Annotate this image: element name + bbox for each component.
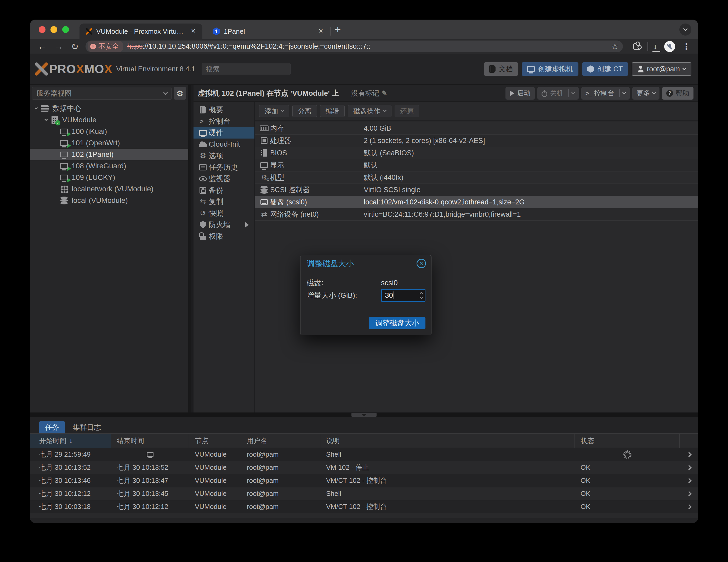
chevron-right-icon[interactable] <box>686 504 692 509</box>
profile-avatar[interactable] <box>664 41 675 52</box>
new-tab-button[interactable]: + <box>333 24 341 39</box>
column-user[interactable]: 用户名 <box>241 434 320 448</box>
minimize-window-button[interactable] <box>50 26 57 33</box>
forward-button[interactable]: → <box>54 41 63 52</box>
collapse-icon[interactable] <box>43 117 49 123</box>
edit-button[interactable]: 编辑 <box>320 105 345 117</box>
url-text[interactable]: https://10.10.10.254:8006/#v1:0:=qemu%2F… <box>127 42 609 50</box>
tab-tasks[interactable]: 任务 <box>39 421 65 433</box>
hw-row-scsi-controller[interactable]: SCSI 控制器 VirtIO SCSI single <box>255 184 698 196</box>
tab-close-icon[interactable]: × <box>189 27 198 36</box>
hw-row-network-device[interactable]: ⇄ 网络设备 (net0) virtio=BC:24:11:C6:97:D1,b… <box>255 208 698 221</box>
menu-item-cloudinit[interactable]: Cloud-Init <box>194 139 254 150</box>
task-row[interactable]: 七月 30 10:13:46 七月 30 10:13:47 VUModule r… <box>30 474 698 487</box>
menu-item-snapshots[interactable]: ↺快照 <box>194 208 254 219</box>
tree-item-vm-108[interactable]: 108 (WireGuard) <box>30 160 188 172</box>
help-button[interactable]: ? 帮助 <box>662 87 693 100</box>
menu-item-backup[interactable]: 备份 <box>194 185 254 196</box>
spinner-up-icon[interactable] <box>420 292 423 295</box>
tab-1panel[interactable]: 1 1Panel × <box>207 24 330 39</box>
hw-row-machine[interactable]: ⚙ 机型 默认 (i440fx) <box>255 172 698 184</box>
maximize-window-button[interactable] <box>62 26 69 33</box>
browser-menu-icon[interactable]: ⋮ <box>682 41 691 52</box>
tree-item-local-storage[interactable]: local (VUModule) <box>30 195 188 206</box>
tab-cluster-log[interactable]: 集群日志 <box>67 421 107 433</box>
detach-button[interactable]: 分离 <box>292 105 317 117</box>
hw-row-processors[interactable]: 处理器 2 (1 sockets, 2 cores) [x86-64-v2-AE… <box>255 135 698 147</box>
tree-item-vm-109[interactable]: 109 (LUCKY) <box>30 172 188 183</box>
revert-button[interactable]: 还原 <box>395 105 419 117</box>
downloads-icon[interactable]: ↓ <box>653 42 657 51</box>
hw-row-hard-disk[interactable]: 硬盘 (scsi0) local:102/vm-102-disk-0.qcow2… <box>255 196 698 208</box>
menu-item-permissions[interactable]: 权限 <box>194 231 254 242</box>
spinner-down-icon[interactable] <box>420 295 423 299</box>
address-bar[interactable]: ✕ 不安全 https://10.10.10.254:8006/#v1:0:=q… <box>86 41 623 52</box>
monitor-icon <box>527 66 535 72</box>
hardware-toolbar: 添加 分离 编辑 磁盘操作 还原 <box>255 102 698 121</box>
documentation-button[interactable]: 文档 <box>484 62 518 76</box>
number-spinner[interactable] <box>420 290 423 301</box>
menu-item-console[interactable]: >_控制台 <box>194 116 254 127</box>
panel-splitter[interactable] <box>30 412 698 417</box>
chevron-right-icon[interactable] <box>686 478 692 483</box>
dialog-header[interactable]: 调整磁盘大小 ✕ <box>300 255 431 272</box>
tree-item-vm-102[interactable]: 102 (1Panel) <box>30 149 188 160</box>
tree-item-datacenter[interactable]: 数据中心 <box>30 103 188 114</box>
search-input[interactable] <box>202 63 291 75</box>
menu-item-monitor[interactable]: 监视器 <box>194 173 254 185</box>
menu-item-hardware[interactable]: 硬件 <box>194 127 254 139</box>
menu-item-summary[interactable]: 概要 <box>194 104 254 116</box>
extensions-icon[interactable] <box>633 43 640 50</box>
tree-item-vm-100[interactable]: 100 (iKuai) <box>30 126 188 137</box>
shutdown-button[interactable]: 关机 <box>537 87 579 100</box>
hw-row-memory[interactable]: 内存 4.00 GiB <box>255 122 698 135</box>
collapse-icon[interactable] <box>33 106 39 111</box>
bookmark-star-icon[interactable]: ☆ <box>611 42 619 52</box>
task-row[interactable]: 七月 29 21:59:49 VUModule root@pam Shell <box>30 448 698 461</box>
back-button[interactable]: ← <box>38 41 47 52</box>
reload-button[interactable]: ↻ <box>71 41 79 52</box>
menu-item-replication[interactable]: ⇆复制 <box>194 196 254 208</box>
hw-row-display[interactable]: 显示 默认 <box>255 159 698 172</box>
console-button[interactable]: >_ 控制台 <box>581 87 630 100</box>
size-increment-input[interactable]: 30 <box>381 289 425 301</box>
task-row-partial[interactable] <box>30 513 698 518</box>
chevron-right-icon[interactable] <box>686 465 692 470</box>
menu-item-firewall[interactable]: 防火墙 <box>194 219 254 231</box>
menu-item-options[interactable]: ⚙选项 <box>194 150 254 162</box>
view-mode-select[interactable]: 服务器视图 <box>32 87 172 100</box>
user-menu-button[interactable]: root@pam <box>632 62 691 76</box>
tab-proxmox[interactable]: VUModule - Proxmox Virtual E × <box>79 24 202 39</box>
column-status[interactable]: 状态 <box>575 434 680 448</box>
collapse-handle[interactable] <box>351 413 377 417</box>
task-row[interactable]: 七月 30 10:03:18 七月 30 10:12:12 VUModule r… <box>30 500 698 513</box>
start-button[interactable]: 启动 <box>505 87 535 100</box>
create-ct-button[interactable]: 创建 CT <box>582 62 628 76</box>
tab-close-icon[interactable]: × <box>316 27 325 36</box>
chevron-right-icon[interactable] <box>686 452 692 457</box>
unlock-icon <box>197 233 209 240</box>
create-vm-button[interactable]: 创建虚拟机 <box>522 62 578 76</box>
add-button[interactable]: 添加 <box>259 105 289 117</box>
hw-row-bios[interactable]: BIOS 默认 (SeaBIOS) <box>255 147 698 159</box>
chevron-right-icon[interactable] <box>686 491 692 496</box>
resize-submit-button[interactable]: 调整磁盘大小 <box>369 317 425 329</box>
column-end-time[interactable]: 结束时间 <box>111 434 189 448</box>
tab-search-button[interactable] <box>679 24 691 36</box>
more-button[interactable]: 更多 <box>632 87 659 100</box>
tree-item-node-vumodule[interactable]: VUModule <box>30 114 188 126</box>
task-row[interactable]: 七月 30 10:12:12 七月 30 10:13:45 VUModule r… <box>30 487 698 500</box>
security-chip[interactable]: ✕ 不安全 <box>88 41 123 52</box>
dialog-close-icon[interactable]: ✕ <box>417 259 426 268</box>
close-window-button[interactable] <box>39 26 45 33</box>
vm-tags[interactable]: 没有标记 ✎ <box>351 89 388 98</box>
column-node[interactable]: 节点 <box>189 434 241 448</box>
menu-item-task-history[interactable]: 任务历史 <box>194 162 254 173</box>
tree-item-vm-101[interactable]: 101 (OpenWrt) <box>30 137 188 149</box>
disk-action-button[interactable]: 磁盘操作 <box>348 105 391 117</box>
task-row[interactable]: 七月 30 10:13:52 七月 30 10:13:52 VUModule r… <box>30 461 698 474</box>
column-start-time[interactable]: 开始时间↓ <box>30 434 111 448</box>
tree-item-localnetwork[interactable]: localnetwork (VUModule) <box>30 183 188 195</box>
tree-settings-button[interactable]: ⚙ <box>174 87 186 100</box>
column-description[interactable]: 说明 <box>320 434 575 448</box>
